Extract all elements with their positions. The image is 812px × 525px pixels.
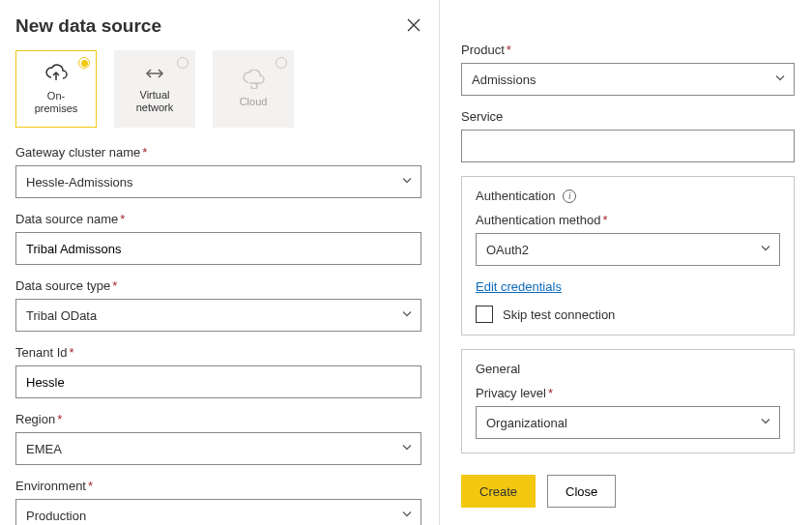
product-value: Admissions	[472, 73, 536, 87]
product-label: Product*	[461, 43, 795, 57]
cloud-sync-icon	[242, 70, 265, 92]
env-select[interactable]: Production	[15, 499, 421, 525]
tenant-label: Tenant Id*	[15, 345, 421, 360]
gateway-label: Gateway cluster name*	[15, 145, 421, 160]
dstype-select[interactable]: Tribal OData	[15, 299, 421, 332]
type-cloud[interactable]: Cloud	[213, 50, 294, 128]
close-button[interactable]: Close	[547, 475, 616, 508]
authmethod-value: OAuth2	[486, 243, 529, 257]
tenant-input[interactable]	[15, 365, 421, 398]
chevron-down-icon	[774, 73, 786, 87]
type-label: Cloud	[240, 96, 268, 107]
auth-section: Authentication i Authentication method* …	[461, 176, 795, 335]
page-title: New data source	[15, 15, 161, 37]
radio-dot-icon	[177, 57, 188, 69]
chevron-down-icon	[760, 243, 771, 257]
authmethod-label: Authentication method*	[476, 213, 780, 227]
dsname-label: Data source name*	[15, 212, 421, 226]
env-label: Environment*	[15, 479, 421, 493]
dsname-input[interactable]	[15, 232, 421, 265]
gateway-value: Hessle-Admissions	[26, 175, 133, 190]
region-value: EMEA	[26, 442, 62, 456]
privacy-value: Organizational	[486, 416, 567, 430]
chevron-down-icon	[401, 175, 413, 190]
dstype-label: Data source type*	[15, 278, 421, 293]
service-input[interactable]	[461, 130, 795, 162]
service-label: Service	[461, 109, 795, 124]
env-value: Production	[26, 509, 86, 523]
type-on-premises[interactable]: On- premises	[15, 50, 97, 128]
product-select[interactable]: Admissions	[461, 63, 795, 96]
radio-dot-icon	[78, 57, 90, 69]
dstype-value: Tribal OData	[26, 308, 97, 323]
authmethod-select[interactable]: OAuth2	[476, 233, 780, 266]
skip-test-label: Skip test connection	[503, 307, 615, 322]
close-icon[interactable]	[406, 17, 421, 36]
general-section: General Privacy level* Organizational	[461, 349, 795, 453]
skip-test-checkbox[interactable]	[476, 306, 493, 323]
type-label: On- premises	[35, 90, 78, 113]
region-label: Region*	[15, 412, 421, 426]
privacy-select[interactable]: Organizational	[476, 406, 780, 439]
gateway-select[interactable]: Hessle-Admissions	[15, 165, 421, 198]
connection-type-group: On- premises Virtual network Cloud	[15, 50, 421, 128]
chevron-down-icon	[760, 416, 771, 430]
general-section-title: General	[476, 362, 520, 376]
chevron-down-icon	[401, 509, 413, 523]
create-button[interactable]: Create	[461, 475, 536, 508]
vnet-icon	[143, 65, 166, 85]
radio-dot-icon	[276, 57, 287, 69]
chevron-down-icon	[401, 442, 413, 456]
type-virtual-network[interactable]: Virtual network	[114, 50, 195, 128]
type-label: Virtual network	[136, 89, 174, 112]
edit-credentials-link[interactable]: Edit credentials	[476, 279, 562, 294]
info-icon[interactable]: i	[563, 190, 576, 203]
chevron-down-icon	[401, 308, 413, 323]
privacy-label: Privacy level*	[476, 386, 780, 400]
auth-section-title: Authentication i	[476, 189, 576, 203]
cloud-upload-icon	[44, 64, 68, 86]
region-select[interactable]: EMEA	[15, 432, 421, 465]
